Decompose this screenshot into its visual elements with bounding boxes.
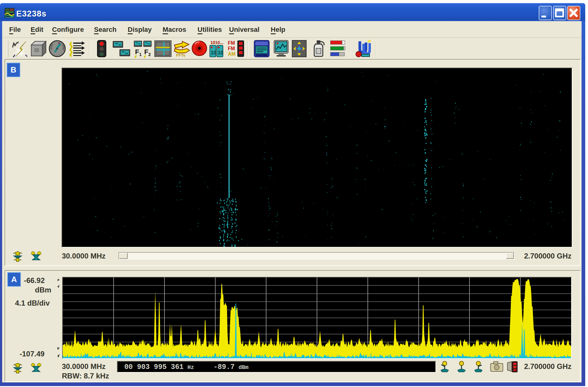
svg-text:1010...: 1010... bbox=[210, 40, 224, 45]
svg-text:10: 10 bbox=[211, 50, 216, 55]
svg-text:FM: FM bbox=[228, 46, 235, 51]
svg-text:FM: FM bbox=[228, 40, 235, 46]
svg-text:FFTs: FFTs bbox=[176, 53, 185, 58]
svg-text:10: 10 bbox=[218, 50, 223, 55]
svg-text:AM: AM bbox=[228, 51, 236, 57]
